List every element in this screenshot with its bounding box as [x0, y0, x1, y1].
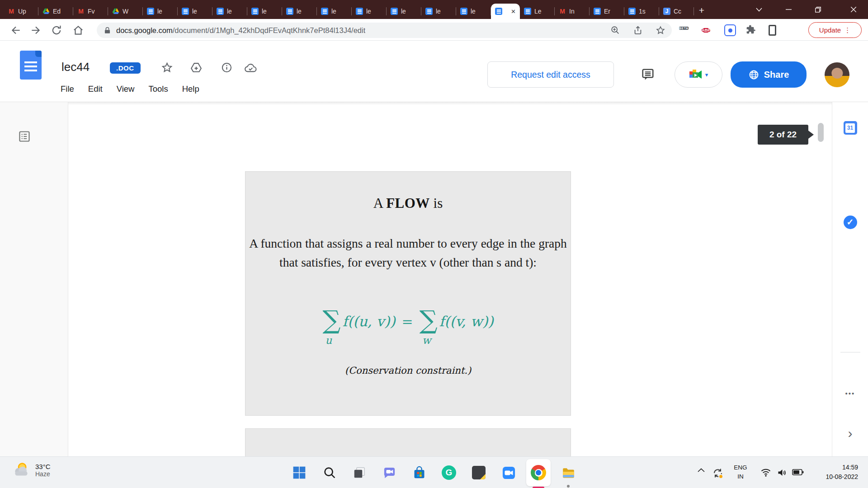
- tab-j-app[interactable]: JCc: [659, 4, 694, 19]
- start-button[interactable]: [288, 460, 311, 485]
- bookmark-star-icon[interactable]: [656, 25, 665, 35]
- search-icon[interactable]: [318, 460, 341, 485]
- globe-icon: [748, 69, 760, 80]
- tab-docs[interactable]: le: [282, 4, 317, 19]
- meet-join-button[interactable]: ▾: [675, 61, 722, 88]
- google-docs-logo[interactable]: [20, 51, 42, 80]
- tab-docs[interactable]: le: [212, 4, 247, 19]
- menu-edit[interactable]: Edit: [88, 84, 103, 94]
- sigma-symbol: ∑: [322, 307, 340, 333]
- home-button[interactable]: [72, 24, 84, 36]
- tab-docs[interactable]: le: [317, 4, 352, 19]
- document-outline-icon[interactable]: [18, 130, 31, 143]
- menu-file[interactable]: File: [61, 84, 74, 94]
- body-line-1: A function that assigns a real number to…: [245, 234, 571, 253]
- tab-docs[interactable]: le: [421, 4, 456, 19]
- forward-button[interactable]: [30, 24, 42, 36]
- document-title[interactable]: lec44: [61, 60, 90, 74]
- tab-docs[interactable]: Le: [520, 4, 555, 19]
- extension-blue-icon[interactable]: [724, 24, 736, 36]
- tab-docs[interactable]: 1s: [624, 4, 659, 19]
- extension-adblock-icon[interactable]: ABP: [702, 24, 710, 37]
- back-button[interactable]: [10, 24, 22, 36]
- window-close-button[interactable]: [839, 0, 868, 19]
- taskbar-clock[interactable]: 14:59 10-08-2022: [800, 463, 858, 482]
- tab-drive-2[interactable]: W: [108, 4, 143, 19]
- extensions-puzzle-icon[interactable]: [745, 24, 756, 36]
- tab-docs[interactable]: le: [352, 4, 387, 19]
- address-bar[interactable]: docs.google.com/document/d/1Mgh_42khDqdF…: [97, 23, 672, 38]
- chrome-taskbar-active[interactable]: [526, 459, 551, 486]
- share-label: Share: [764, 70, 789, 80]
- window-minimize-button[interactable]: [778, 0, 799, 19]
- gmail-icon: M: [8, 8, 15, 15]
- taskbar-weather-widget[interactable]: 33°C Haze: [12, 460, 51, 479]
- calendar-day: 31: [845, 123, 855, 133]
- slide-page-2[interactable]: A FLOW is A function that assigns a real…: [245, 172, 571, 415]
- tab-drive-1[interactable]: Ed: [38, 4, 73, 19]
- task-view-icon[interactable]: [348, 460, 371, 485]
- tab-gmail-3[interactable]: MIn: [555, 4, 590, 19]
- tab-docs[interactable]: le: [387, 4, 421, 19]
- extension-beta-icon[interactable]: BETA: [679, 23, 689, 31]
- collapse-panel-icon[interactable]: ›: [848, 428, 853, 438]
- docs-icon: [251, 8, 259, 15]
- comments-icon[interactable]: [641, 68, 655, 81]
- more-addons-icon[interactable]: •••: [845, 389, 855, 397]
- tab-docs[interactable]: le: [456, 4, 491, 19]
- zoom-page-icon[interactable]: [610, 25, 620, 35]
- scrollbar-thumb[interactable]: [818, 123, 824, 142]
- notes-app-icon[interactable]: [467, 460, 490, 485]
- zoom-app-icon[interactable]: [497, 460, 520, 485]
- calendar-icon[interactable]: 31: [844, 121, 857, 135]
- move-to-drive-icon[interactable]: [190, 61, 203, 74]
- tab-label: le: [366, 8, 371, 15]
- account-avatar[interactable]: [825, 62, 849, 87]
- chat-icon[interactable]: [378, 460, 401, 485]
- tray-chevron-up-icon[interactable]: [697, 468, 705, 473]
- language-indicator[interactable]: ENG IN: [731, 463, 750, 481]
- window-maximize-button[interactable]: [807, 0, 828, 19]
- share-page-icon[interactable]: [633, 25, 643, 35]
- tab-docs[interactable]: Er: [590, 4, 624, 19]
- slide-page-3-partial[interactable]: [245, 429, 571, 456]
- tab-gmail-2[interactable]: MFv: [73, 4, 108, 19]
- heading-text: is: [430, 195, 443, 211]
- request-edit-access-button[interactable]: Request edit access: [487, 61, 614, 88]
- cloud-saved-icon[interactable]: [244, 61, 257, 74]
- language-line2: IN: [731, 472, 750, 481]
- chevron-down-icon: ▾: [705, 71, 708, 78]
- tasks-icon[interactable]: ✓: [844, 216, 857, 229]
- body-line-2: that satisfies, for every vertex v (othe…: [245, 253, 571, 272]
- tab-search-button[interactable]: [749, 0, 769, 19]
- document-canvas: A FLOW is A function that assigns a real…: [0, 102, 868, 456]
- docs-icon: [524, 8, 531, 15]
- tab-label: le: [297, 8, 302, 15]
- star-document-icon[interactable]: [161, 61, 174, 74]
- file-explorer-icon[interactable]: [557, 460, 580, 485]
- tab-docs[interactable]: le: [247, 4, 282, 19]
- menu-tools[interactable]: Tools: [148, 84, 168, 94]
- microsoft-store-icon[interactable]: [408, 460, 430, 485]
- menu-help[interactable]: Help: [182, 84, 199, 94]
- tab-label: le: [331, 8, 336, 15]
- volume-icon[interactable]: [777, 467, 788, 478]
- grammarly-icon[interactable]: G: [438, 460, 460, 485]
- sigma-symbol: ∑: [420, 307, 438, 333]
- share-button[interactable]: Share: [731, 61, 807, 88]
- tab-docs[interactable]: le: [143, 4, 178, 19]
- wifi-icon[interactable]: [760, 467, 771, 478]
- tab-close-icon[interactable]: ✕: [511, 9, 516, 14]
- reading-panel-icon[interactable]: [769, 25, 776, 36]
- chrome-update-button[interactable]: Update ⋮: [808, 22, 862, 38]
- kebab-menu-icon[interactable]: ⋮: [844, 26, 851, 34]
- document-status-info-icon[interactable]: [221, 61, 233, 74]
- docs-icon: [460, 8, 467, 15]
- menu-view[interactable]: View: [117, 84, 135, 94]
- reload-button[interactable]: [51, 24, 62, 36]
- chrome-icon: [531, 465, 546, 480]
- tab-docs[interactable]: le: [178, 4, 212, 19]
- tab-gmail-1[interactable]: MUp: [4, 4, 38, 19]
- tab-active-lec44[interactable]: ✕: [491, 4, 520, 19]
- new-tab-button[interactable]: +: [695, 4, 708, 17]
